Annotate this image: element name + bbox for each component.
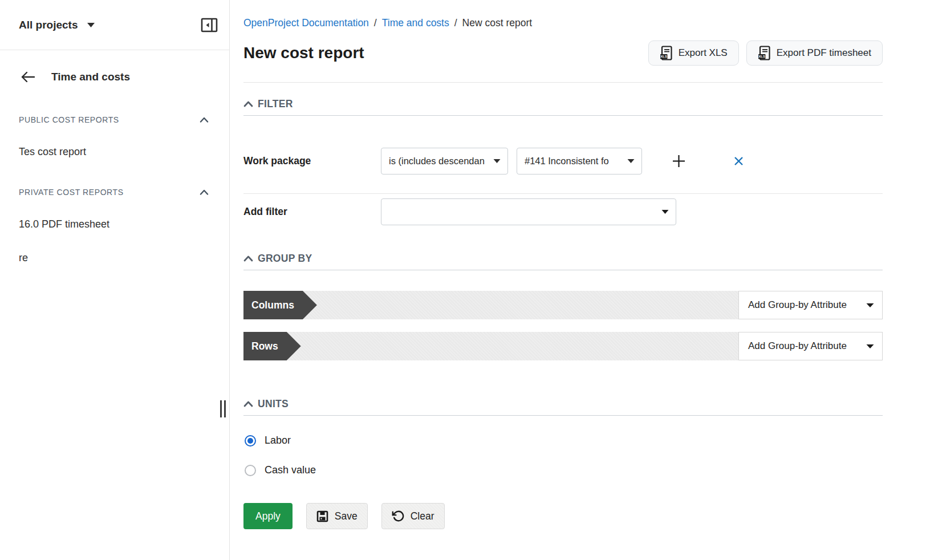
export-xls-button[interactable]: XLS Export XLS (648, 40, 739, 66)
work-package-label: Work package (243, 155, 381, 167)
breadcrumb-link-project[interactable]: OpenProject Documentation (243, 17, 369, 29)
work-package-filter-row: Work package is (includes descendan #141… (243, 148, 883, 175)
back-arrow-icon (21, 71, 35, 83)
group-by-section-label: GROUP BY (258, 253, 312, 265)
add-filter-label: Add filter (243, 206, 381, 218)
svg-text:XLS: XLS (758, 55, 765, 58)
save-button[interactable]: Save (306, 503, 368, 529)
chevron-up-icon[interactable] (200, 117, 209, 123)
filter-value-text: #141 Inconsistent fo (525, 156, 627, 167)
add-filter-value-button[interactable] (672, 154, 686, 168)
columns-drop-zone[interactable]: Columns (243, 291, 738, 319)
caret-down-icon (493, 159, 501, 164)
rows-chip: Rows (243, 332, 301, 360)
filter-operator-value: is (includes descendan (389, 156, 493, 167)
breadcrumb-link-time-and-costs[interactable]: Time and costs (382, 17, 449, 29)
export-pdf-timesheet-label: Export PDF timesheet (777, 47, 871, 59)
resize-handle-icon[interactable] (220, 400, 226, 417)
export-pdf-timesheet-button[interactable]: XLS Export PDF timesheet (746, 40, 883, 66)
add-filter-select[interactable] (381, 198, 676, 225)
filter-section-header[interactable]: FILTER (243, 98, 883, 116)
units-section-header[interactable]: UNITS (243, 398, 883, 416)
caret-down-icon (866, 303, 874, 308)
sidebar-item-re[interactable]: re (0, 252, 229, 264)
back-nav-label: Time and costs (51, 71, 130, 83)
main-content: OpenProject Documentation / Time and cos… (230, 0, 926, 529)
chevron-up-icon[interactable] (200, 189, 209, 195)
save-label: Save (335, 510, 358, 522)
remove-filter-button[interactable] (734, 156, 744, 166)
svg-text:XLS: XLS (660, 55, 667, 58)
divider (243, 193, 883, 194)
undo-icon (392, 510, 404, 522)
page-title: New cost report (243, 44, 364, 62)
filter-section-label: FILTER (258, 98, 293, 110)
sidebar-header: All projects (0, 0, 229, 50)
units-option-cash-value[interactable]: Cash value (245, 464, 883, 476)
sidebar-section-private: PRIVATE COST REPORTS 16.0 PDF timesheet … (0, 188, 229, 264)
sidebar-section-private-label: PRIVATE COST REPORTS (19, 188, 124, 197)
apply-button[interactable]: Apply (243, 503, 293, 529)
file-xls-icon: XLS (758, 46, 770, 61)
collapse-sidebar-icon (201, 18, 218, 33)
breadcrumb-current: New cost report (462, 17, 533, 29)
chevron-up-icon (243, 255, 253, 262)
action-buttons: Apply Save Clear (243, 503, 883, 529)
export-buttons: XLS Export XLS XLS Export PDF timesheet (648, 40, 883, 66)
units-option-labor[interactable]: Labor (245, 435, 883, 447)
columns-add-attribute-select[interactable]: Add Group-by Attribute (738, 291, 883, 319)
export-xls-label: Export XLS (679, 47, 728, 59)
breadcrumb-separator: / (374, 17, 377, 29)
breadcrumb: OpenProject Documentation / Time and cos… (243, 17, 883, 29)
sidebar-item-tes-cost-report[interactable]: Tes cost report (0, 146, 229, 158)
plus-icon (672, 154, 686, 168)
sidebar-section-public: PUBLIC COST REPORTS Tes cost report (0, 115, 229, 158)
caret-down-icon (866, 344, 874, 349)
project-selector-label: All projects (19, 19, 78, 31)
sidebar-section-public-header[interactable]: PUBLIC COST REPORTS (0, 115, 229, 124)
caret-down-icon (627, 159, 635, 164)
radio-button[interactable] (245, 465, 256, 476)
close-icon (734, 156, 744, 166)
rows-add-attribute-label: Add Group-by Attribute (748, 340, 847, 352)
caret-down-icon (661, 209, 669, 214)
group-by-rows-row: Rows Add Group-by Attribute (243, 332, 883, 360)
units-option-labor-label: Labor (265, 435, 291, 447)
divider (243, 82, 883, 83)
chevron-up-icon (243, 401, 253, 407)
units-option-cash-value-label: Cash value (265, 464, 316, 476)
clear-label: Clear (411, 510, 434, 522)
collapse-sidebar-button[interactable] (201, 18, 218, 33)
back-nav[interactable]: Time and costs (0, 50, 229, 83)
caret-down-icon (87, 22, 95, 28)
columns-add-attribute-label: Add Group-by Attribute (748, 299, 847, 311)
project-selector[interactable]: All projects (19, 19, 95, 31)
add-filter-row: Add filter (243, 198, 883, 225)
filter-operator-select[interactable]: is (includes descendan (381, 148, 508, 175)
file-xls-icon: XLS (660, 46, 672, 61)
breadcrumb-separator: / (454, 17, 457, 29)
sidebar-section-public-label: PUBLIC COST REPORTS (19, 115, 119, 124)
columns-chip: Columns (243, 291, 317, 319)
save-floppy-icon (316, 510, 328, 522)
units-section-label: UNITS (258, 398, 289, 410)
rows-drop-zone[interactable]: Rows (243, 332, 738, 360)
clear-button[interactable]: Clear (381, 503, 445, 529)
group-by-columns-row: Columns Add Group-by Attribute (243, 291, 883, 319)
sidebar-item-pdf-timesheet[interactable]: 16.0 PDF timesheet (0, 218, 229, 230)
chevron-up-icon (243, 101, 253, 107)
filter-value-select[interactable]: #141 Inconsistent fo (517, 148, 642, 175)
sidebar: All projects Time and costs PUBLIC (0, 0, 230, 560)
rows-add-attribute-select[interactable]: Add Group-by Attribute (738, 332, 883, 360)
radio-button[interactable] (245, 435, 256, 447)
title-row: New cost report XLS Export XLS (243, 40, 883, 66)
sidebar-section-private-header[interactable]: PRIVATE COST REPORTS (0, 188, 229, 197)
group-by-section-header[interactable]: GROUP BY (243, 253, 883, 270)
